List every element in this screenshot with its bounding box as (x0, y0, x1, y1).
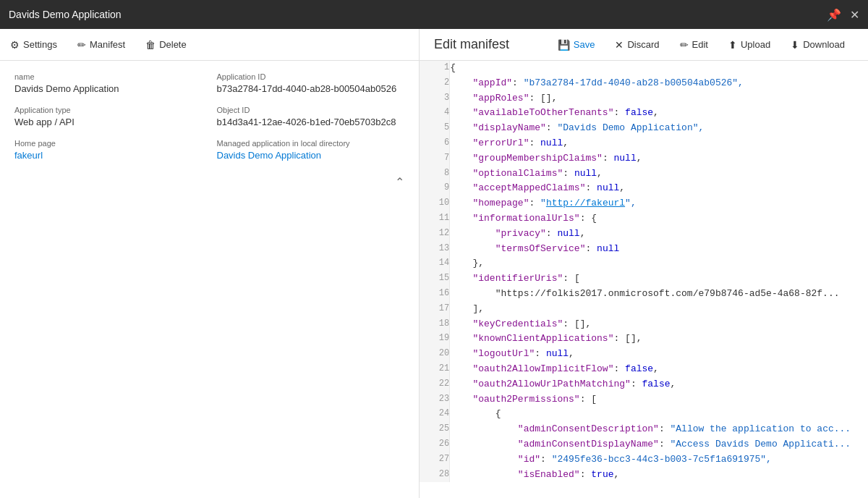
main-container: ⚙ Settings ✏ Manifest 🗑 Delete nameDavid… (0, 29, 868, 498)
edit-button[interactable]: ✏ Edit (671, 35, 717, 55)
info-value: Web app / API (14, 117, 75, 127)
info-label: name (14, 72, 203, 81)
line-number: 15 (420, 271, 449, 285)
code-line: "adminConsentDescription": "Allow the ap… (450, 422, 868, 437)
code-line: "termsOfService": null (450, 242, 868, 257)
table-row: 16 "https://folkis2017.onmicrosoft.com/e… (420, 287, 868, 302)
collapse-button[interactable]: ⌃ (0, 172, 419, 192)
code-line: "appId": "b73a2784-17dd-4040-ab28-b00504… (450, 76, 868, 91)
close-icon[interactable]: ✕ (850, 8, 859, 22)
code-line: "availableToOtherTenants": false, (450, 106, 868, 121)
table-row: 15 "identifierUris": [ (420, 271, 868, 287)
line-number: 21 (420, 362, 449, 376)
settings-icon: ⚙ (10, 39, 20, 51)
code-line: "https://folkis2017.onmicrosoft.com/e79b… (450, 287, 868, 302)
table-row: 17 ], (420, 302, 868, 317)
line-number: 7 (420, 151, 449, 165)
info-label: Home page (14, 139, 203, 148)
line-number: 24 (420, 407, 449, 421)
table-row: 19 "knownClientApplications": [], (420, 332, 868, 347)
table-row: 18 "keyCredentials": [], (420, 317, 868, 332)
code-line: "oauth2AllowUrlPathMatching": false, (450, 377, 868, 392)
discard-icon: ✕ (615, 39, 624, 51)
info-label: Managed application in local directory (217, 139, 405, 148)
table-row: 24 { (420, 407, 868, 422)
code-line: "errorUrl": null, (450, 136, 868, 151)
info-group: Managed application in local directoryDa… (217, 139, 405, 161)
code-line: "groupMembershipClaims": null, (450, 151, 868, 166)
manifest-header: Edit manifest 💾 Save ✕ Discard ✏ Edit ⬆ … (420, 29, 868, 61)
app-title: Davids Demo Application (9, 9, 122, 20)
manifest-button[interactable]: ✏ Manifest (67, 29, 135, 61)
save-button[interactable]: 💾 Save (549, 35, 604, 55)
line-number: 25 (420, 422, 449, 436)
info-group: Home pagefakeurl (14, 139, 203, 161)
line-number: 23 (420, 392, 449, 406)
info-group: Object IDb14d3a41-12ae-4026-b1ed-70eb570… (217, 106, 405, 127)
code-line: }, (450, 256, 868, 271)
table-row: 25 "adminConsentDescription": "Allow the… (420, 422, 868, 437)
line-number: 18 (420, 317, 449, 331)
line-number: 2 (420, 76, 449, 90)
line-number: 16 (420, 287, 449, 300)
right-panel: Edit manifest 💾 Save ✕ Discard ✏ Edit ⬆ … (420, 29, 868, 498)
table-row: 28 "isEnabled": true, (420, 468, 868, 483)
info-label: Object ID (217, 106, 405, 114)
delete-button[interactable]: 🗑 Delete (135, 29, 197, 61)
toolbar: ⚙ Settings ✏ Manifest 🗑 Delete (0, 29, 419, 61)
discard-button[interactable]: ✕ Discard (606, 35, 668, 55)
table-row: 23 "oauth2Permissions": [ (420, 392, 868, 408)
edit-icon: ✏ (680, 39, 689, 51)
code-line: ], (450, 302, 868, 317)
code-line: "privacy": null, (450, 227, 868, 242)
info-value[interactable]: fakeurl (14, 150, 43, 161)
table-row: 21 "oauth2AllowImplicitFlow": false, (420, 362, 868, 377)
line-number: 14 (420, 256, 449, 270)
table-row: 5 "displayName": "Davids Demo Applicatio… (420, 121, 868, 136)
table-row: 14 }, (420, 256, 868, 271)
code-line: "appRoles": [], (450, 91, 868, 106)
code-line: "displayName": "Davids Demo Application"… (450, 121, 868, 136)
upload-button[interactable]: ⬆ Upload (720, 35, 779, 55)
table-row: 7 "groupMembershipClaims": null, (420, 151, 868, 166)
code-line: "knownClientApplications": [], (450, 332, 868, 347)
download-button[interactable]: ⬇ Download (782, 35, 854, 55)
settings-button[interactable]: ⚙ Settings (0, 29, 67, 61)
line-number: 10 (420, 196, 449, 210)
pin-icon[interactable]: 📌 (827, 8, 841, 22)
line-number: 5 (420, 121, 449, 135)
code-line: "informationalUrls": { (450, 211, 868, 227)
save-icon: 💾 (558, 39, 570, 51)
line-number: 4 (420, 106, 449, 119)
code-editor[interactable]: 1{2 "appId": "b73a2784-17dd-4040-ab28-b0… (420, 61, 868, 498)
table-row: 8 "optionalClaims": null, (420, 166, 868, 182)
info-label: Application type (14, 106, 203, 114)
code-line: { (450, 407, 868, 422)
table-row: 9 "acceptMappedClaims": null, (420, 181, 868, 196)
table-row: 26 "adminConsentDisplayName": "Access Da… (420, 437, 868, 452)
table-row: 11 "informationalUrls": { (420, 211, 868, 227)
manifest-title: Edit manifest (434, 37, 509, 52)
code-line: "identifierUris": [ (450, 271, 868, 287)
line-number: 27 (420, 452, 449, 466)
info-value[interactable]: Davids Demo Application (217, 150, 322, 161)
table-row: 1{ (420, 61, 868, 76)
code-line: "isEnabled": true, (450, 468, 868, 483)
info-value: Davids Demo Application (14, 83, 119, 94)
line-number: 6 (420, 136, 449, 150)
info-group: Application typeWeb app / API (14, 106, 203, 127)
download-icon: ⬇ (791, 39, 799, 51)
code-line: "adminConsentDisplayName": "Access David… (450, 437, 868, 452)
code-line: "logoutUrl": null, (450, 347, 868, 362)
line-number: 12 (420, 227, 449, 240)
info-group: Application IDb73a2784-17dd-4040-ab28-b0… (217, 72, 405, 94)
table-row: 22 "oauth2AllowUrlPathMatching": false, (420, 377, 868, 392)
line-number: 28 (420, 468, 449, 481)
line-number: 26 (420, 437, 449, 451)
code-line: { (450, 61, 868, 76)
line-number: 22 (420, 377, 449, 391)
line-number: 11 (420, 211, 449, 225)
title-bar: Davids Demo Application 📌 ✕ (0, 0, 868, 29)
delete-icon: 🗑 (145, 39, 156, 51)
code-line: "oauth2AllowImplicitFlow": false, (450, 362, 868, 377)
